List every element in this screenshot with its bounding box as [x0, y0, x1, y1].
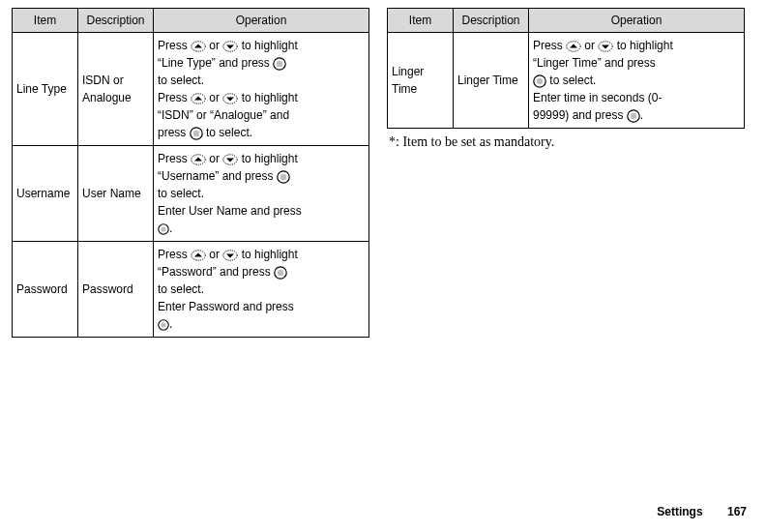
cell-operation: Press or to highlight “Username” and pre…: [154, 146, 369, 242]
arrow-up-icon: [191, 93, 206, 104]
footer-section: Settings: [657, 505, 702, 518]
header-operation: Operation: [529, 9, 745, 33]
left-column: Item Description Operation Line Type ISD…: [12, 8, 369, 338]
cell-description: Password: [78, 242, 154, 338]
table-row: Linger Time Linger Time Press or to high…: [388, 33, 745, 129]
cell-item: Linger Time: [388, 33, 454, 129]
table-row: Username User Name Press or to highlight…: [13, 146, 369, 242]
table-header-row: Item Description Operation: [13, 9, 369, 33]
arrow-down-icon: [222, 250, 238, 261]
arrow-down-icon: [222, 154, 238, 165]
select-button-icon: [273, 57, 286, 71]
right-column: Item Description Operation Linger Time L…: [387, 8, 745, 338]
arrow-down-icon: [222, 93, 238, 104]
table-row: Password Password Press or to highlight …: [13, 242, 369, 338]
arrow-up-icon: [191, 154, 206, 165]
arrow-up-icon: [191, 250, 206, 261]
cell-operation: Press or to highlight “Linger Time” and …: [529, 33, 745, 129]
cell-description: ISDN or Analogue: [78, 33, 154, 146]
cell-item: Password: [13, 242, 78, 338]
left-table: Item Description Operation Line Type ISD…: [12, 8, 369, 338]
header-description: Description: [454, 9, 529, 33]
cell-description: Linger Time: [454, 33, 529, 129]
page-footer: Settings 167: [657, 505, 747, 518]
select-button-icon: [533, 74, 546, 88]
header-operation: Operation: [154, 9, 369, 33]
select-button-icon: [627, 109, 640, 123]
mandatory-note: *: Item to be set as mandatory.: [389, 134, 745, 150]
cell-operation: Press or to highlight “Line Type” and pr…: [154, 33, 369, 146]
cell-item: Username: [13, 146, 78, 242]
arrow-up-icon: [191, 41, 206, 52]
arrow-up-icon: [566, 41, 581, 52]
table-row: Line Type ISDN or Analogue Press or to h…: [13, 33, 369, 146]
select-button-icon: [190, 127, 203, 140]
arrow-down-icon: [598, 41, 613, 52]
cell-item: Line Type: [13, 33, 78, 146]
right-table: Item Description Operation Linger Time L…: [387, 8, 745, 129]
footer-page-number: 167: [727, 505, 747, 518]
cell-operation: Press or to highlight “Password” and pre…: [154, 242, 369, 338]
ok-button-icon: [158, 319, 169, 331]
ok-button-icon: [158, 223, 169, 235]
cell-description: User Name: [78, 146, 154, 242]
select-button-icon: [277, 170, 290, 184]
header-item: Item: [13, 9, 78, 33]
header-description: Description: [78, 9, 154, 33]
table-header-row: Item Description Operation: [388, 9, 745, 33]
select-button-icon: [274, 266, 287, 280]
header-item: Item: [388, 9, 454, 33]
arrow-down-icon: [222, 41, 238, 52]
